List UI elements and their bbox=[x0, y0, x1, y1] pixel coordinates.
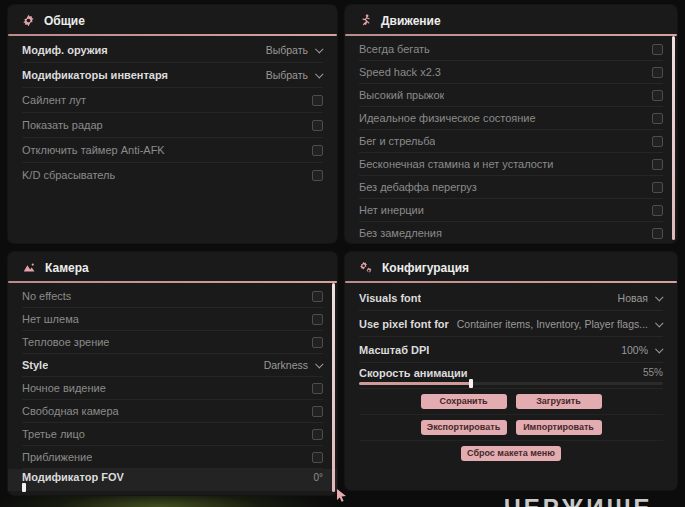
setting-label: Модиф. оружия bbox=[22, 44, 108, 56]
dropdown[interactable]: Выбрать bbox=[266, 69, 323, 81]
slider-value: 0° bbox=[313, 472, 323, 483]
export-button[interactable]: Экспортировать bbox=[421, 420, 507, 436]
dropdown-row: Модификаторы инвентаряВыбрать bbox=[22, 63, 323, 88]
save-button[interactable]: Сохранить bbox=[421, 394, 507, 410]
slider[interactable] bbox=[22, 486, 323, 489]
dropdown-row: Модиф. оружияВыбрать bbox=[22, 38, 323, 63]
setting-label: Style bbox=[22, 359, 48, 371]
checkbox-row: No effects bbox=[22, 285, 323, 308]
checkbox[interactable] bbox=[312, 291, 323, 302]
dropdown-value: Darkness bbox=[264, 359, 308, 371]
checkbox[interactable] bbox=[652, 159, 663, 170]
setting-label: Высокий прыжок bbox=[359, 89, 444, 101]
panel-title: Общие bbox=[44, 14, 85, 28]
checkbox[interactable] bbox=[312, 145, 323, 156]
dropdown-row: Use pixel font forContainer items, Inven… bbox=[359, 311, 663, 337]
checkbox[interactable] bbox=[652, 90, 663, 101]
checkbox[interactable] bbox=[312, 452, 323, 463]
setting-label: Всегда бегать bbox=[359, 43, 430, 55]
panel-general: Общие Модиф. оружияВыбратьМодификаторы и… bbox=[8, 5, 337, 243]
dropdown[interactable]: 100% bbox=[621, 344, 663, 356]
dropdown-value: Container items, Inventory, Player flags… bbox=[457, 318, 648, 330]
setting-label: Скорость анимации bbox=[359, 367, 468, 379]
setting-label: Нет шлема bbox=[22, 313, 79, 325]
dropdown[interactable]: Новая bbox=[618, 292, 663, 304]
checkbox-row: Ночное видение bbox=[22, 377, 323, 400]
setting-label: Сайлент лут bbox=[22, 94, 86, 106]
watermark-text: ЧЕРЖИШЕ bbox=[504, 494, 653, 507]
checkbox[interactable] bbox=[652, 182, 663, 193]
checkbox-row: Показать радар bbox=[22, 113, 323, 138]
setting-label: Свободная камера bbox=[22, 405, 119, 417]
setting-label: Модификаторы инвентаря bbox=[22, 69, 168, 81]
slider-row: Скорость анимации55% bbox=[359, 363, 663, 389]
dropdown-row: StyleDarkness bbox=[22, 354, 323, 377]
checkbox[interactable] bbox=[652, 67, 663, 78]
checkbox-row: Идеальное физическое состояние bbox=[359, 107, 663, 130]
checkbox-row: Сайлент лут bbox=[22, 88, 323, 113]
import-button[interactable]: Импортировать bbox=[516, 420, 602, 436]
checkbox-row: Без замедления bbox=[359, 222, 663, 244]
panel-movement-header: Движение bbox=[345, 5, 677, 34]
setting-label: Отключить таймер Anti-AFK bbox=[22, 144, 165, 156]
panel-title: Движение bbox=[381, 14, 441, 28]
scrollbar[interactable] bbox=[332, 283, 335, 492]
checkbox[interactable] bbox=[312, 120, 323, 131]
slider[interactable] bbox=[359, 382, 663, 385]
slider-thumb[interactable] bbox=[22, 483, 26, 492]
setting-label: Speed hack x2.3 bbox=[359, 66, 441, 78]
dropdown[interactable]: Darkness bbox=[264, 359, 323, 371]
checkbox[interactable] bbox=[652, 228, 663, 239]
setting-label: Use pixel font for bbox=[359, 318, 449, 330]
setting-label: Масштаб DPI bbox=[359, 344, 429, 356]
checkbox[interactable] bbox=[312, 383, 323, 394]
chevron-down-icon bbox=[655, 319, 663, 327]
panel-config: Конфигурация Visuals fontНоваяUse pixel … bbox=[345, 252, 677, 490]
setting-label: Третье лицо bbox=[22, 428, 85, 440]
checkbox-row: Отключить таймер Anti-AFK bbox=[22, 138, 323, 163]
checkbox-row: Свободная камера bbox=[22, 400, 323, 423]
checkbox-row: Бесконечная стамина и нет усталости bbox=[359, 153, 663, 176]
checkbox[interactable] bbox=[652, 113, 663, 124]
scrollbar[interactable] bbox=[672, 36, 675, 240]
checkbox-row: Бег и стрельба bbox=[359, 130, 663, 153]
panel-movement: Движение Всегда бегатьSpeed hack x2.3Выс… bbox=[345, 5, 677, 243]
setting-label: Приближение bbox=[22, 451, 92, 463]
dropdown[interactable]: Выбрать bbox=[266, 44, 323, 56]
button-row: ЭкспортироватьИмпортировать bbox=[359, 415, 663, 441]
checkbox[interactable] bbox=[312, 314, 323, 325]
checkbox[interactable] bbox=[652, 205, 663, 216]
checkbox-row: Нет инерции bbox=[359, 199, 663, 222]
setting-label: Бег и стрельба bbox=[359, 135, 435, 147]
checkbox[interactable] bbox=[312, 337, 323, 348]
checkbox-row: Тепловое зрение bbox=[22, 331, 323, 354]
chevron-down-icon bbox=[655, 345, 663, 353]
checkbox[interactable] bbox=[312, 95, 323, 106]
checkbox-row: Третье лицо bbox=[22, 423, 323, 446]
checkbox[interactable] bbox=[312, 429, 323, 440]
setting-label: Без дебаффа перегруз bbox=[359, 181, 477, 193]
checkbox-row: K/D сбрасыватель bbox=[22, 163, 323, 187]
setting-label: Ночное видение bbox=[22, 382, 106, 394]
reset-menu-layout-button[interactable]: Сброс макета меню bbox=[461, 446, 561, 462]
slider-value: 55% bbox=[643, 367, 663, 378]
gear-icon bbox=[22, 14, 35, 27]
checkbox[interactable] bbox=[312, 170, 323, 181]
setting-label: Тепловое зрение bbox=[22, 336, 109, 348]
dropdown[interactable]: Container items, Inventory, Player flags… bbox=[457, 318, 663, 330]
load-button[interactable]: Загрузить bbox=[516, 394, 602, 410]
checkbox-row: Высокий прыжок bbox=[359, 84, 663, 107]
dropdown-row: Масштаб DPI100% bbox=[359, 337, 663, 363]
slider-label-line: Модификатор FOV0° bbox=[22, 471, 323, 483]
slider-row: Модификатор FOV0° bbox=[8, 469, 337, 491]
checkbox[interactable] bbox=[652, 44, 663, 55]
chevron-down-icon bbox=[315, 360, 323, 368]
setting-label: Модификатор FOV bbox=[22, 471, 124, 483]
checkbox-row: Всегда бегать bbox=[359, 38, 663, 61]
slider-thumb[interactable] bbox=[469, 379, 473, 388]
checkbox[interactable] bbox=[652, 136, 663, 147]
checkbox[interactable] bbox=[312, 406, 323, 417]
checkbox-row: Приближение bbox=[22, 446, 323, 469]
mouse-cursor bbox=[336, 488, 347, 506]
setting-label: Без замедления bbox=[359, 227, 442, 239]
